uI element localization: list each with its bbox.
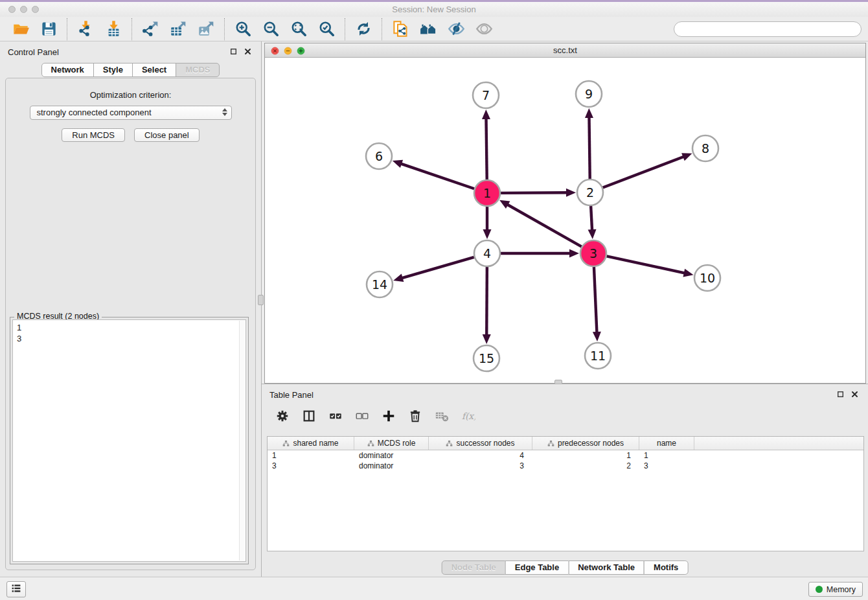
zoom-in-icon[interactable] bbox=[234, 20, 252, 38]
table-cell[interactable]: 4 bbox=[429, 450, 532, 461]
column-header-predecessor-nodes[interactable]: predecessor nodes bbox=[532, 437, 639, 450]
close-panel-icon[interactable] bbox=[851, 389, 859, 401]
network-window-titlebar[interactable]: scc.txt bbox=[265, 43, 865, 58]
graph-edge-arrowhead bbox=[588, 229, 597, 239]
graph-edge-2-8[interactable] bbox=[603, 156, 685, 187]
import-table-icon[interactable] bbox=[104, 20, 122, 38]
graph-edge-1-2[interactable] bbox=[501, 192, 567, 193]
table-cell[interactable]: 3 bbox=[429, 461, 532, 471]
table-cell[interactable]: dominator bbox=[354, 461, 429, 471]
table-tab-node-table[interactable]: Node Table bbox=[442, 560, 506, 575]
shared-column-icon bbox=[446, 440, 453, 447]
memory-button[interactable]: Memory bbox=[808, 582, 863, 597]
table-cell[interactable]: 1 bbox=[268, 450, 354, 461]
control-panel-tabs: NetworkStyleSelectMCDS bbox=[41, 63, 220, 77]
application-window: Session: New Session Control Panel Netwo… bbox=[0, 0, 868, 600]
table-tab-motifs[interactable]: Motifs bbox=[644, 560, 688, 575]
zoom-out-icon[interactable] bbox=[262, 20, 280, 38]
eye-icon[interactable] bbox=[475, 20, 493, 38]
table-row[interactable]: 3dominator323 bbox=[268, 461, 863, 471]
graph-node-label: 10 bbox=[700, 271, 715, 285]
graph-edge-4-14[interactable] bbox=[402, 257, 474, 278]
network-canvas[interactable]: 1234678910111415 bbox=[265, 58, 865, 383]
save-session-icon[interactable] bbox=[40, 20, 58, 38]
run-mcds-button[interactable]: Run MCDS bbox=[62, 128, 125, 142]
graph-edge-arrowhead bbox=[482, 110, 490, 119]
select-all-icon[interactable] bbox=[328, 408, 343, 424]
export-table-icon[interactable] bbox=[169, 20, 187, 38]
table-cell[interactable]: 2 bbox=[532, 461, 639, 471]
control-panel: Control Panel NetworkStyleSelectMCDS Opt… bbox=[0, 41, 262, 577]
tab-select[interactable]: Select bbox=[132, 63, 176, 77]
trash-icon[interactable] bbox=[407, 408, 423, 424]
graph-edge-arrowhead bbox=[566, 189, 576, 197]
zoom-fit-icon[interactable] bbox=[290, 20, 308, 38]
titlebar[interactable]: Session: New Session bbox=[0, 2, 868, 17]
tab-mcds[interactable]: MCDS bbox=[176, 63, 220, 77]
table-cell[interactable]: 3 bbox=[268, 461, 354, 471]
search-box[interactable] bbox=[674, 21, 862, 37]
network-view-window: scc.txt 1234678910111415 bbox=[264, 43, 866, 384]
column-label: successor nodes bbox=[456, 439, 514, 448]
refresh-icon[interactable] bbox=[354, 20, 372, 38]
table-panel-title: Table Panel bbox=[269, 390, 314, 400]
eye-slash-icon[interactable] bbox=[447, 20, 465, 38]
fx-icon: f(x) bbox=[461, 408, 476, 424]
zoom-selected-icon[interactable] bbox=[317, 20, 336, 38]
import-network-icon[interactable] bbox=[76, 20, 95, 38]
table-cell[interactable]: 1 bbox=[532, 450, 639, 461]
graph-node-label: 8 bbox=[702, 141, 709, 156]
add-icon[interactable] bbox=[381, 408, 396, 424]
graph-edge-1-6[interactable] bbox=[400, 163, 474, 189]
column-header-MCDS-role[interactable]: MCDS role bbox=[354, 437, 429, 450]
column-header-shared-name[interactable]: shared name bbox=[268, 437, 354, 450]
graph-edge-2-3[interactable] bbox=[591, 206, 592, 231]
task-history-button[interactable] bbox=[6, 581, 26, 597]
graph-edge-1-7[interactable] bbox=[486, 118, 486, 179]
graph-edge-3-11[interactable] bbox=[594, 267, 597, 333]
graph-edge-2-9[interactable] bbox=[589, 117, 589, 179]
mcds-panel: Optimization criterion: strongly connect… bbox=[5, 78, 256, 570]
table-cell[interactable]: 1 bbox=[639, 450, 694, 461]
graph-edge-arrowhead bbox=[569, 249, 579, 258]
status-bar: Memory bbox=[0, 577, 868, 600]
graph-edge-3-10[interactable] bbox=[607, 256, 685, 273]
graph-edge-3-1[interactable] bbox=[507, 204, 581, 246]
result-scrollbar[interactable] bbox=[239, 321, 245, 560]
column-label: predecessor nodes bbox=[558, 439, 624, 448]
search-input[interactable] bbox=[683, 25, 855, 34]
float-panel-icon[interactable] bbox=[836, 389, 845, 401]
graph-edge-arrowhead bbox=[593, 332, 601, 341]
table-row[interactable]: 1dominator411 bbox=[268, 450, 863, 461]
window-title: Session: New Session bbox=[0, 5, 868, 14]
columns-icon[interactable] bbox=[301, 408, 317, 424]
float-panel-icon[interactable] bbox=[229, 47, 238, 58]
column-header-successor-nodes[interactable]: successor nodes bbox=[429, 437, 532, 450]
home-icon[interactable] bbox=[419, 20, 437, 38]
graph-edge-arrowhead bbox=[393, 160, 403, 168]
graph-edge-4-15[interactable] bbox=[486, 267, 487, 336]
shared-column-icon bbox=[367, 440, 374, 447]
table-tab-edge-table[interactable]: Edge Table bbox=[505, 560, 569, 575]
optimization-dropdown[interactable]: strongly connected component bbox=[30, 106, 232, 120]
export-image-icon[interactable] bbox=[197, 20, 215, 38]
graph-node-label: 6 bbox=[375, 149, 383, 163]
table-cell[interactable]: 3 bbox=[639, 461, 694, 471]
memory-status-icon bbox=[816, 586, 823, 593]
close-panel-icon[interactable] bbox=[244, 47, 252, 58]
mcds-result-text[interactable]: 13 bbox=[12, 319, 246, 562]
tab-network[interactable]: Network bbox=[41, 63, 94, 77]
graph-node-label: 14 bbox=[372, 277, 387, 292]
gear-icon[interactable] bbox=[275, 408, 290, 424]
column-header-name[interactable]: name bbox=[639, 437, 694, 450]
deselect-all-icon[interactable] bbox=[354, 408, 370, 424]
close-panel-button[interactable]: Close panel bbox=[134, 128, 200, 142]
export-network-icon[interactable] bbox=[141, 20, 159, 38]
open-session-icon[interactable] bbox=[12, 20, 30, 38]
table-cell[interactable]: dominator bbox=[354, 450, 429, 461]
column-label: shared name bbox=[293, 439, 338, 448]
tab-style[interactable]: Style bbox=[93, 63, 133, 77]
open-network-file-icon[interactable] bbox=[391, 20, 409, 38]
table-tab-network-table[interactable]: Network Table bbox=[568, 560, 645, 575]
vertical-splitter-grip[interactable] bbox=[258, 295, 264, 305]
